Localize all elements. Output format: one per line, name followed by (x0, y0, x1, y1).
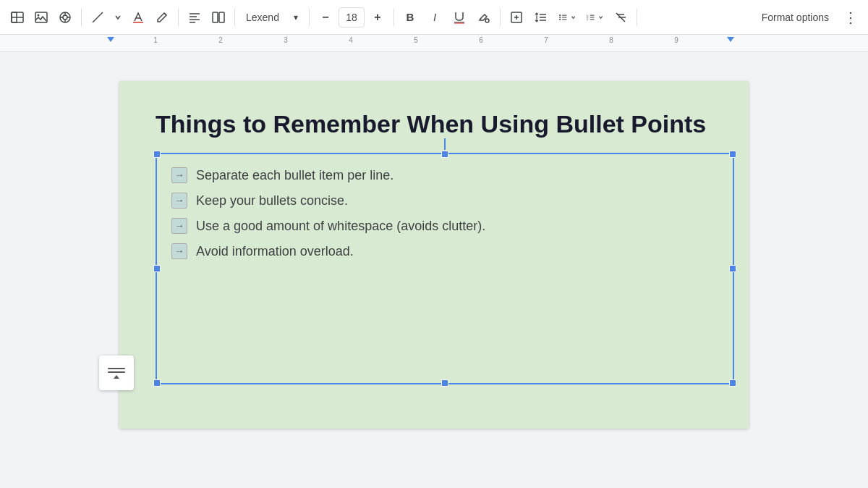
numbered-list-btn[interactable]: 1. 2. 3. (582, 6, 608, 29)
svg-rect-19 (219, 12, 224, 22)
list-item: → Keep your bullets concise. (171, 191, 718, 211)
ruler-num-1: 1 (153, 36, 158, 44)
ruler-num-7: 7 (544, 36, 548, 44)
bullet-arrow-1: → (171, 167, 187, 183)
insert-btn[interactable] (505, 6, 528, 29)
divider5 (393, 9, 394, 26)
insert-image2-btn[interactable] (30, 6, 53, 29)
fill-btn[interactable] (127, 6, 150, 29)
more-menu-btn[interactable]: ⋮ (839, 6, 862, 29)
ruler-num-4: 4 (349, 36, 353, 44)
svg-point-4 (38, 14, 40, 16)
bullet-text-2[interactable]: Keep your bullets concise. (196, 191, 348, 211)
ruler-num-3: 3 (284, 36, 288, 44)
handle-bottom-right[interactable] (729, 379, 736, 387)
bullet-list-btn[interactable] (554, 6, 580, 29)
svg-point-29 (559, 14, 561, 16)
svg-line-11 (93, 12, 103, 22)
handle-bottom-center[interactable] (441, 379, 448, 387)
bullet-text-4[interactable]: Avoid information overload. (196, 242, 354, 261)
slide: Things to Remember When Using Bullet Poi… (119, 81, 749, 429)
bullet-list: → Separate each bullet item per line. → … (157, 154, 733, 279)
svg-point-6 (63, 15, 67, 20)
font-name-label: Lexend (246, 12, 279, 23)
toolbar-draw-tools (86, 6, 174, 29)
svg-line-13 (164, 13, 166, 15)
bullet-text-1[interactable]: Separate each bullet item per line. (196, 166, 393, 185)
handle-top-right[interactable] (729, 151, 736, 158)
format-options-btn[interactable]: Format options (753, 6, 838, 29)
ruler-num-6: 6 (479, 36, 483, 44)
bullet-arrow-4: → (171, 243, 187, 259)
ruler-num-5: 5 (414, 36, 418, 44)
bold-btn[interactable]: B (399, 6, 422, 29)
clear-format-btn[interactable] (609, 6, 632, 29)
divider2 (178, 9, 179, 26)
align-left-btn[interactable] (183, 6, 206, 29)
handle-top-left[interactable] (153, 151, 161, 158)
toolbar-image-tools (6, 6, 77, 29)
line-spacing-btn[interactable] (529, 6, 553, 29)
bullet-text-3[interactable]: Use a good amount of whitespace (avoids … (196, 216, 485, 236)
ruler: 1 2 3 4 5 6 7 8 9 (0, 35, 868, 52)
font-size-decrease-btn[interactable]: − (314, 6, 337, 29)
bullet-arrow-3: → (171, 218, 187, 234)
divider7 (637, 9, 637, 26)
ruler-num-8: 8 (609, 36, 613, 44)
align-line-1 (108, 368, 125, 369)
align-line-2 (108, 371, 125, 373)
line-btn[interactable] (86, 6, 109, 29)
pencil-btn[interactable] (150, 6, 174, 29)
layout-btn[interactable] (54, 6, 77, 29)
bullet-arrow-2: → (171, 193, 187, 209)
slide-title[interactable]: Things to Remember When Using Bullet Poi… (156, 110, 712, 138)
svg-rect-12 (133, 22, 143, 23)
font-size-input[interactable] (339, 7, 365, 28)
svg-point-22 (485, 19, 489, 22)
font-size-group: − + (314, 6, 389, 29)
line-dropdown-btn[interactable] (110, 6, 126, 29)
divider3 (234, 9, 235, 26)
italic-btn[interactable]: I (423, 6, 446, 29)
insert-image-btn[interactable] (6, 6, 29, 29)
font-name-btn[interactable]: Lexend ▾ (239, 6, 305, 29)
handle-top-center[interactable] (441, 151, 448, 158)
list-item: → Avoid information overload. (171, 242, 718, 261)
ruler-num-2: 2 (218, 36, 223, 44)
handle-mid-right[interactable] (729, 265, 736, 272)
text-box[interactable]: → Separate each bullet item per line. → … (156, 153, 734, 384)
svg-point-30 (559, 16, 561, 17)
font-dropdown-icon: ▾ (294, 12, 298, 22)
columns-btn[interactable] (207, 6, 230, 29)
align-arrow-icon (114, 375, 119, 379)
divider1 (81, 9, 82, 26)
divider4 (309, 9, 310, 26)
alignment-widget[interactable] (99, 356, 134, 390)
list-item: → Separate each bullet item per line. (171, 166, 718, 185)
svg-rect-3 (35, 12, 47, 22)
content-area: Things to Remember When Using Bullet Poi… (0, 52, 868, 488)
ruler-right-indent[interactable] (727, 37, 734, 42)
toolbar: Lexend ▾ − + B I (0, 0, 868, 35)
format-options-label: Format options (762, 12, 829, 23)
underline-btn[interactable] (448, 6, 471, 29)
handle-bottom-left[interactable] (153, 379, 161, 387)
list-item: → Use a good amount of whitespace (avoid… (171, 216, 718, 236)
svg-rect-18 (213, 12, 218, 22)
handle-mid-left[interactable] (153, 265, 161, 272)
divider6 (500, 9, 501, 26)
paint-btn[interactable] (472, 6, 495, 29)
ruler-left-indent[interactable] (107, 37, 114, 42)
font-size-increase-btn[interactable]: + (366, 6, 389, 29)
ruler-num-9: 9 (674, 36, 678, 44)
svg-text:3.: 3. (587, 18, 589, 21)
toolbar-align-tools (183, 6, 230, 29)
svg-point-31 (559, 18, 561, 20)
